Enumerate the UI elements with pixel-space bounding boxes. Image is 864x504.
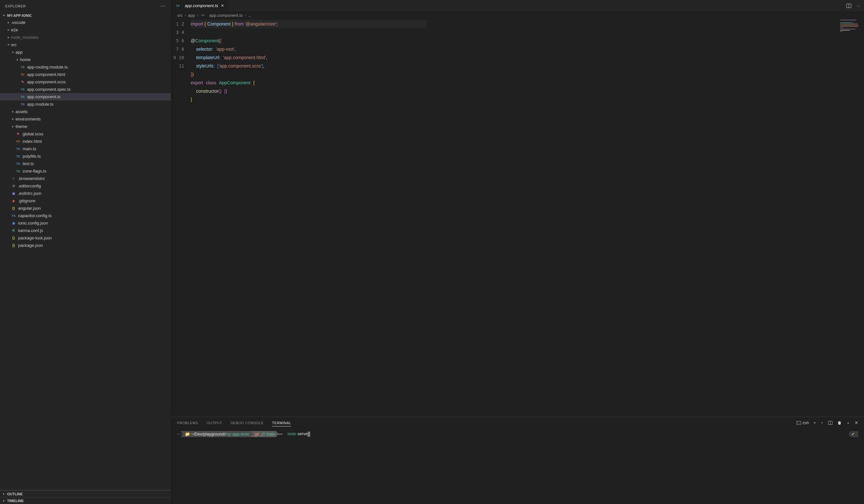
file-item[interactable]: TSzone-flags.ts	[0, 167, 171, 175]
breadcrumb-item[interactable]: ...	[248, 13, 251, 18]
breadcrumb-item[interactable]: src	[177, 13, 182, 18]
split-terminal-icon[interactable]	[828, 421, 833, 425]
chevron-icon	[10, 50, 15, 54]
panel-tab-debug[interactable]: DEBUG CONSOLE	[230, 421, 263, 425]
file-item[interactable]: TSpolyfills.ts	[0, 153, 171, 160]
folder-item[interactable]: node_modules	[0, 34, 171, 41]
project-name: MY-APP-IONIC	[7, 14, 32, 17]
outline-label: OUTLINE	[7, 492, 23, 496]
file-item[interactable]: ✎global.scss	[0, 130, 171, 137]
folder-item[interactable]: src	[0, 41, 171, 48]
file-item[interactable]: ⚙.editorconfig	[0, 182, 171, 190]
explorer-sidebar: EXPLORER ··· MY-APP-IONIC .vscodee2enode…	[0, 0, 171, 504]
tree-item-label: app.component.html	[27, 72, 65, 77]
file-item[interactable]: ≡.browserslistrc	[0, 175, 171, 182]
tree-item-label: ionic.config.json	[18, 221, 48, 226]
panel-tabs: PROBLEMS OUTPUT DEBUG CONSOLE TERMINAL z…	[171, 417, 864, 429]
prompt-path: 📁 ~/Dev/playground/my-app-ionic	[180, 431, 253, 437]
chevron-icon	[6, 28, 11, 32]
tabs-bar: TS app.component.ts ✕ ···	[171, 0, 864, 11]
file-item[interactable]: ◉ionic.config.json	[0, 219, 171, 227]
file-item[interactable]: ◉.eslintrc.json	[0, 190, 171, 197]
line-gutter: 1 2 3 4 5 6 7 8 9 10 11	[171, 19, 191, 417]
tree-item-label: .gitignore	[18, 199, 35, 203]
file-item[interactable]: {}package.json	[0, 242, 171, 249]
terminal-prompt: 📁 ~/Dev/playground/my-app-ionic git ⎇ ma…	[177, 431, 284, 437]
file-item[interactable]: Kkarma.conf.js	[0, 227, 171, 234]
folder-item[interactable]: environments	[0, 115, 171, 123]
file-item[interactable]: TSapp.module.ts	[0, 100, 171, 108]
new-terminal-icon[interactable]: +	[813, 420, 816, 425]
tree-item-label: global.scss	[23, 132, 43, 136]
terminal-dropdown-icon[interactable]	[820, 421, 824, 424]
tree-item-label: e2e	[11, 27, 18, 32]
file-item[interactable]: TSapp.component.ts	[0, 93, 171, 100]
shell-indicator[interactable]: zsh	[796, 420, 809, 425]
folder-item[interactable]: e2e	[0, 26, 171, 34]
timeline-section[interactable]: TIMELINE	[0, 497, 171, 504]
explorer-more-icon[interactable]: ···	[160, 3, 166, 9]
folder-item[interactable]: app	[0, 48, 171, 56]
chevron-icon	[10, 110, 15, 114]
breadcrumb-item[interactable]: app	[188, 13, 195, 18]
breadcrumb-item[interactable]: app.component.ts	[209, 13, 243, 18]
file-item[interactable]: {}package-lock.json	[0, 234, 171, 242]
tree-item-label: .eslintrc.json	[18, 191, 41, 196]
file-item[interactable]: TSapp-routing.module.ts	[0, 63, 171, 71]
tree-item-label: theme	[15, 124, 27, 129]
file-item[interactable]: {}angular.json	[0, 204, 171, 212]
minimap[interactable]	[840, 20, 860, 33]
tree-item-label: test.ts	[23, 161, 34, 166]
tree-item-label: app.component.spec.ts	[27, 87, 70, 92]
tree-item-label: index.html	[23, 139, 42, 144]
file-item[interactable]: ✎app.component.scss	[0, 78, 171, 86]
bottom-panel: PROBLEMS OUTPUT DEBUG CONSOLE TERMINAL z…	[171, 417, 864, 504]
outline-section[interactable]: OUTLINE	[0, 490, 171, 497]
ts-icon: TS	[175, 3, 180, 8]
close-icon[interactable]: ✕	[221, 3, 224, 8]
prompt-git: git ⎇ main	[250, 431, 278, 437]
panel-tab-problems[interactable]: PROBLEMS	[177, 421, 198, 425]
chevron-right-icon	[2, 499, 6, 503]
editor-area: TS app.component.ts ✕ ··· src › app › TS…	[171, 0, 864, 504]
folder-item[interactable]: assets	[0, 108, 171, 115]
file-item[interactable]: TSmain.ts	[0, 145, 171, 153]
breadcrumbs[interactable]: src › app › TS app.component.ts › ...	[171, 11, 864, 19]
chevron-right-icon	[2, 492, 6, 496]
more-actions-icon[interactable]: ···	[856, 3, 860, 8]
tree-item-label: src	[11, 42, 16, 47]
chevron-icon	[10, 117, 15, 121]
file-item[interactable]: ◆.gitignore	[0, 197, 171, 204]
tree-item-label: environments	[15, 117, 41, 121]
terminal-command: ionic serve	[288, 431, 310, 437]
folder-item[interactable]: .vscode	[0, 19, 171, 26]
tab-app-component[interactable]: TS app.component.ts ✕	[171, 0, 228, 11]
apple-icon	[177, 434, 183, 435]
prompt-status: ✔	[848, 431, 858, 437]
shell-name: zsh	[802, 420, 809, 425]
file-tree: .vscodee2enode_modulessrcapphomeTSapp-ro…	[0, 19, 171, 490]
file-item[interactable]: TStest.ts	[0, 160, 171, 167]
code-content[interactable]: import { Component } from '@angular/core…	[191, 19, 427, 417]
tree-item-label: app.component.scss	[27, 80, 65, 84]
folder-item[interactable]: theme	[0, 123, 171, 130]
code-editor[interactable]: 1 2 3 4 5 6 7 8 9 10 11 import { Compone…	[171, 19, 864, 417]
close-panel-icon[interactable]: ✕	[855, 420, 858, 425]
chevron-up-icon[interactable]	[846, 421, 850, 425]
tree-item-label: assets	[15, 109, 28, 114]
tree-item-label: app-routing.module.ts	[27, 64, 68, 70]
trash-icon[interactable]	[837, 421, 842, 425]
terminal-body[interactable]: 📁 ~/Dev/playground/my-app-ionic git ⎇ ma…	[171, 429, 864, 504]
folder-item[interactable]: home	[0, 56, 171, 63]
project-header[interactable]: MY-APP-IONIC	[0, 12, 171, 19]
file-item[interactable]: TScapacitor.config.ts	[0, 212, 171, 219]
file-item[interactable]: TSapp.component.spec.ts	[0, 86, 171, 93]
panel-tab-output[interactable]: OUTPUT	[206, 421, 222, 425]
file-item[interactable]: <>index.html	[0, 137, 171, 145]
cursor	[308, 432, 310, 437]
split-editor-icon[interactable]	[846, 3, 851, 8]
file-item[interactable]: <>app.component.html	[0, 71, 171, 78]
timeline-label: TIMELINE	[7, 499, 24, 503]
panel-tab-terminal[interactable]: TERMINAL	[272, 421, 291, 427]
chevron-right-icon: ›	[184, 13, 186, 18]
